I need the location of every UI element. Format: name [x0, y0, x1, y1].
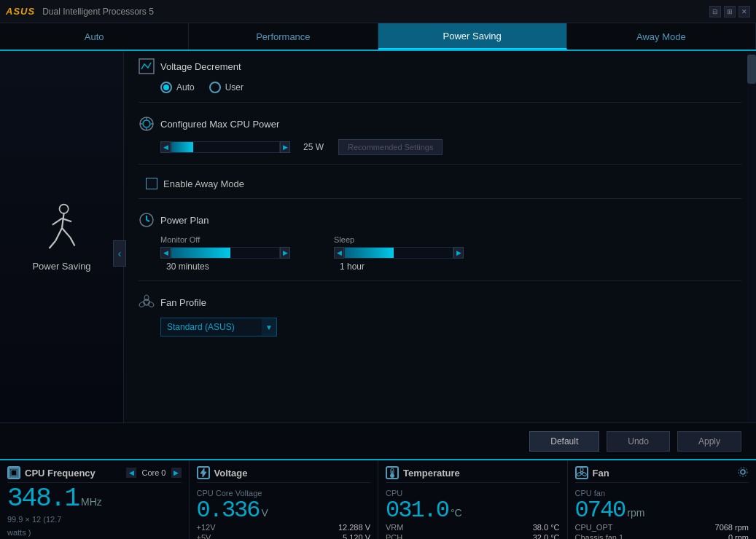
fan-section: Fan CPU fan 0740 rpm CPU_OPT 7068 rpm Ch… — [568, 460, 757, 539]
monitor-off-slider[interactable]: ◀ ▶ — [160, 247, 290, 259]
tab-power-saving[interactable]: Power Saving — [378, 23, 567, 50]
radio-user-label: User — [225, 82, 243, 93]
sleep-slider[interactable]: ◀ ▶ — [334, 247, 464, 259]
fan-unit: rpm — [627, 507, 644, 519]
window-controls: ⊟ ⊞ ✕ — [709, 6, 750, 17]
dropdown-arrow-icon[interactable]: ▼ — [262, 318, 276, 336]
fan-profile-title: Fan Profile — [139, 294, 741, 310]
svg-point-26 — [391, 474, 394, 478]
voltage-unit: V — [262, 507, 268, 519]
scrollbar-track[interactable] — [747, 51, 756, 422]
voltage-radio-group: Auto User — [160, 82, 741, 93]
svg-line-17 — [147, 220, 149, 221]
cpu-power-label: Configured Max CPU Power — [160, 119, 279, 130]
power-plan-label: Power Plan — [160, 215, 209, 226]
slider-track[interactable] — [171, 141, 280, 153]
cpu-freq-unit: MHz — [81, 496, 102, 508]
fan-value-row: 0740 rpm — [575, 499, 749, 522]
core-next-arrow[interactable]: ▶ — [171, 468, 182, 478]
power-plan-icon — [139, 212, 155, 228]
cpu-power-slider-row: ◀ ▶ 25 W Recommended Settings — [160, 139, 741, 155]
tab-auto[interactable]: Auto — [0, 23, 189, 50]
fan-row-cpu-opt: CPU_OPT 7068 rpm — [575, 522, 749, 532]
title-bar: ASUS Dual Intelligent Processors 5 ⊟ ⊞ ✕ — [0, 0, 756, 23]
sleep-track[interactable] — [344, 247, 453, 259]
svg-point-21 — [139, 301, 146, 307]
radio-user-circle — [209, 82, 221, 93]
slider-right-arrow[interactable]: ▶ — [280, 141, 290, 153]
fan-profile-section: Fan Profile Standard (ASUS) ▼ — [139, 294, 741, 345]
voltage-decrement-title: Voltage Decrement — [139, 58, 741, 74]
temp-big-value: 031.0 — [386, 499, 448, 522]
restore-icon[interactable]: ⊞ — [724, 6, 736, 17]
monitor-off-label: Monitor Off — [160, 235, 290, 244]
fan-profile-dropdown[interactable]: Standard (ASUS) ▼ — [160, 318, 277, 337]
svg-line-2 — [52, 218, 61, 224]
slider-left-arrow[interactable]: ◀ — [160, 141, 171, 153]
tab-performance[interactable]: Performance — [189, 23, 378, 50]
default-button[interactable]: Default — [529, 431, 599, 452]
cpu-freq-title: CPU Frequency — [25, 468, 96, 479]
apply-button[interactable]: Apply — [677, 431, 741, 452]
main-area: ‹ Power Saving — [0, 51, 756, 422]
minimize-icon[interactable]: ⊟ — [709, 6, 721, 17]
radio-auto-circle — [160, 82, 172, 93]
sleep-value: 1 hour — [340, 261, 464, 272]
fan-title: Fan — [593, 468, 609, 479]
fan-profile-icon — [139, 294, 155, 310]
sidebar: Power Saving — [0, 51, 124, 422]
slider-fill — [171, 142, 193, 152]
fan-row-chassis1: Chassis fan 1 0 rpm — [575, 532, 749, 539]
away-mode-row: Enable Away Mode — [146, 178, 741, 189]
tab-bar: Auto Performance Power Saving Away Mode — [0, 23, 756, 51]
recommended-settings-button[interactable]: Recommended Settings — [338, 139, 443, 155]
fan-settings-icon[interactable] — [737, 466, 750, 479]
radio-auto[interactable]: Auto — [160, 82, 195, 93]
scrollbar-thumb[interactable] — [747, 55, 756, 84]
sleep-left-arrow[interactable]: ◀ — [334, 247, 344, 259]
content-panel: Voltage Decrement Auto User — [124, 51, 756, 422]
tab-away-mode[interactable]: Away Mode — [567, 23, 756, 50]
sleep-group: Sleep ◀ ▶ 1 hour — [334, 235, 464, 272]
power-plan-section: Power Plan Monitor Off ◀ ▶ 30 minutes Sl… — [139, 212, 741, 281]
svg-marker-24 — [200, 468, 206, 477]
monitor-left-arrow[interactable]: ◀ — [160, 247, 171, 259]
away-mode-checkbox[interactable] — [146, 178, 157, 189]
svg-line-4 — [55, 228, 62, 241]
radio-user[interactable]: User — [209, 82, 243, 93]
cpu-power-icon — [139, 116, 155, 132]
fan-rows: CPU_OPT 7068 rpm Chassis fan 1 0 rpm Cha… — [575, 522, 749, 539]
monitor-right-arrow[interactable]: ▶ — [280, 247, 290, 259]
close-icon[interactable]: ✕ — [739, 6, 750, 17]
sidebar-label: Power Saving — [32, 261, 90, 272]
monitor-track[interactable] — [171, 247, 280, 259]
voltage-row-12v: +12V 12.288 V — [197, 522, 371, 532]
temp-row-vrm: VRM 38.0 °C — [386, 522, 560, 532]
voltage-rows: +12V 12.288 V +5V 5.120 V +3.3V 3.392 V … — [197, 522, 371, 539]
svg-line-7 — [70, 237, 74, 245]
power-plan-title: Power Plan — [139, 212, 741, 228]
sidebar-collapse-button[interactable]: ‹ — [113, 240, 126, 267]
undo-button[interactable]: Undo — [607, 431, 670, 452]
dual-slider-row: Monitor Off ◀ ▶ 30 minutes Sleep ◀ — [160, 235, 741, 272]
core-prev-arrow[interactable]: ◀ — [126, 468, 136, 478]
svg-line-6 — [62, 228, 70, 237]
core-label: Core 0 — [141, 468, 165, 477]
cpu-power-slider[interactable]: ◀ ▶ — [160, 141, 290, 153]
app-title: Dual Intelligent Processors 5 — [42, 7, 709, 17]
voltage-row-5v: +5V 5.120 V — [197, 532, 371, 539]
away-mode-label: Enable Away Mode — [163, 178, 244, 189]
svg-point-32 — [741, 470, 745, 474]
sleep-right-arrow[interactable]: ▶ — [453, 247, 464, 259]
cpu-power-value: 25 W — [303, 142, 324, 152]
away-mode-section: Enable Away Mode — [139, 178, 741, 199]
status-panel: CPU Frequency ◀ Core 0 ▶ 348.1 MHz 99.9 … — [0, 459, 756, 539]
fan-profile-label: Fan Profile — [160, 297, 206, 308]
voltage-big-value: 0.336 — [197, 499, 260, 522]
voltage-section: Voltage CPU Core Voltage 0.336 V +12V 12… — [190, 460, 379, 539]
cpu-freq-value-row: 348.1 MHz — [7, 486, 182, 512]
cpu-freq-big-value: 348.1 — [7, 486, 79, 512]
svg-point-19 — [144, 295, 149, 301]
cpu-freq-icon — [7, 466, 20, 479]
temp-rows: VRM 38.0 °C PCH 32.0 °C T_Sensor1 N/A EX… — [386, 522, 560, 539]
